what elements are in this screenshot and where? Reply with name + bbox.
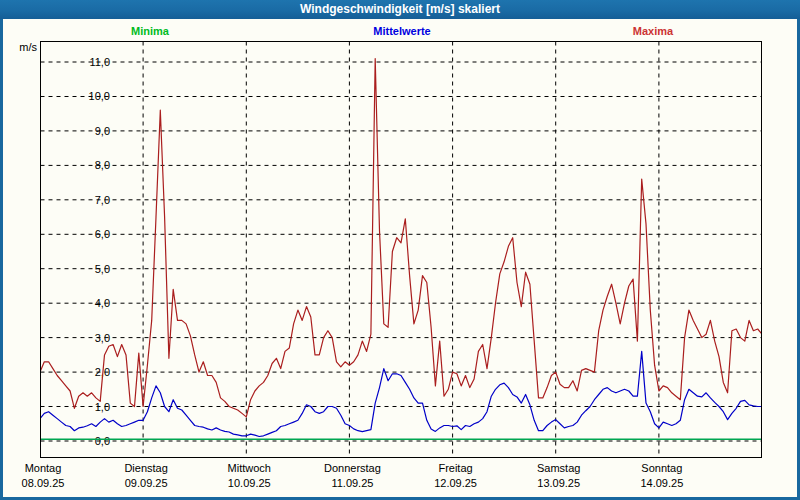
date-text: 10.09.25 [228,476,271,491]
day-label: Sonntag14.09.25 [640,461,683,491]
date-text: 12.09.25 [434,476,477,491]
legend: MinimaMittelwerteMaxima [3,19,797,41]
weekday-text: Samstag [537,461,580,476]
weekday-text: Dienstag [124,461,167,476]
series-line-maxima [40,59,762,417]
chart-title: Windgeschwindigkeit [m/s] skaliert [300,2,500,16]
y-axis-unit-label: m/s [3,41,37,53]
weekday-text: Sonntag [640,461,683,476]
title-bar: Windgeschwindigkeit [m/s] skaliert [0,0,800,19]
weekday-text: Freitag [434,461,477,476]
date-text: 13.09.25 [537,476,580,491]
weekday-text: Mittwoch [228,461,271,476]
date-text: 09.09.25 [124,476,167,491]
plot-border [41,42,762,458]
chart-canvas [40,41,762,458]
date-text: 08.09.25 [22,476,65,491]
weekday-text: Donnerstag [324,461,381,476]
day-label: Mittwoch10.09.25 [228,461,271,491]
legend-item-mittelwerte: Mittelwerte [373,25,430,37]
series-line-mittelwerte [40,351,762,436]
app-window: Windgeschwindigkeit [m/s] skaliert Minim… [0,0,800,500]
weekday-text: Montag [22,461,65,476]
date-text: 11.09.25 [324,476,381,491]
date-text: 14.09.25 [640,476,683,491]
day-label: Montag08.09.25 [22,461,65,491]
legend-item-maxima: Maxima [633,25,673,37]
day-label: Freitag12.09.25 [434,461,477,491]
day-label: Dienstag09.09.25 [124,461,167,491]
day-label: Donnerstag11.09.25 [324,461,381,491]
legend-item-minima: Minima [131,25,169,37]
day-label: Samstag13.09.25 [537,461,580,491]
plot-area [40,41,762,458]
